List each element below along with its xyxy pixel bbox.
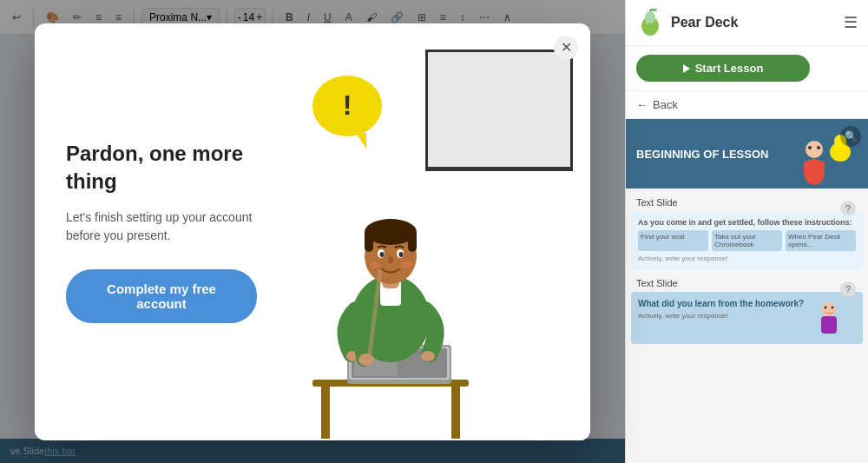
modal-overlay: ✕ Pardon, one more thing Let's finish se…: [0, 0, 625, 463]
modal-illustration: !: [295, 23, 590, 440]
svg-point-41: [401, 261, 411, 268]
modal-close-button[interactable]: ✕: [554, 36, 578, 60]
svg-rect-7: [804, 161, 825, 176]
complete-account-button[interactable]: Complete my free account: [66, 269, 257, 323]
svg-rect-19: [451, 387, 460, 439]
pear-deck-panel: Pear Deck ☰ Start Lesson ← Back BEGINNIN…: [625, 0, 868, 463]
slide-thumb-2-avatar: [816, 301, 842, 337]
svg-point-35: [380, 252, 385, 257]
step-3: When Pear Deck opens...: [786, 230, 856, 251]
modal-left-content: Pardon, one more thing Let's finish sett…: [35, 23, 295, 440]
speech-bubble: !: [312, 76, 382, 136]
start-lesson-button[interactable]: Start Lesson: [636, 55, 810, 82]
slide-thumb-1-steps: Find your seat Take out your Chromebook …: [638, 230, 856, 251]
step-1: Find your seat: [638, 230, 708, 251]
svg-line-2: [650, 9, 652, 11]
svg-point-3: [651, 9, 657, 12]
slide-thumb-1-text: As you come in and get settled, follow t…: [638, 218, 856, 227]
svg-point-13: [822, 302, 836, 316]
modal-subtitle: Let's finish setting up your account bef…: [66, 208, 264, 245]
step-2: Take out your Chromebook: [712, 230, 782, 251]
person-illustration-svg: [304, 145, 477, 440]
slide-thumb-1-content: As you come in and get settled, follow t…: [631, 211, 863, 269]
svg-point-9: [817, 146, 820, 149]
pear-deck-menu-button[interactable]: ☰: [844, 13, 858, 32]
slide-thumb-2-content: What did you learn from the homework? Ac…: [631, 292, 863, 344]
lesson-header-preview: BEGINNING OF LESSON: [626, 119, 868, 189]
svg-rect-32: [408, 230, 417, 252]
back-navigation[interactable]: ← Back: [626, 91, 868, 119]
lesson-search-button[interactable]: 🔍: [840, 126, 861, 147]
svg-point-8: [808, 146, 812, 149]
slide-thumb-2-help-icon[interactable]: ?: [840, 281, 856, 297]
slide-thumb-1: Text Slide As you come in and get settle…: [631, 194, 863, 269]
slide-thumb-1-footer: Actively, write your response!: [638, 255, 856, 262]
play-icon: [683, 64, 690, 73]
svg-point-27: [421, 351, 435, 361]
exclamation-mark: !: [343, 89, 352, 122]
svg-point-5: [806, 141, 823, 158]
start-lesson-container: Start Lesson: [626, 46, 868, 91]
svg-rect-14: [821, 316, 837, 334]
svg-point-36: [399, 252, 404, 257]
svg-point-37: [358, 354, 374, 366]
svg-point-39: [388, 256, 393, 263]
svg-point-4: [646, 22, 648, 24]
slide-thumb-1-title: Text Slide: [631, 194, 863, 211]
pear-deck-logo: Pear Deck: [636, 9, 738, 36]
svg-rect-18: [321, 387, 330, 439]
svg-point-40: [370, 261, 380, 268]
slide-preview-area: BEGINNING OF LESSON: [626, 119, 868, 463]
modal-title: Pardon, one more thing: [66, 140, 264, 194]
slide-thumb-1-help-icon[interactable]: ?: [840, 201, 856, 216]
teacher-svg: [797, 139, 832, 191]
back-arrow-icon: ←: [636, 98, 648, 111]
svg-point-15: [825, 307, 827, 309]
teacher-avatar: [797, 139, 832, 191]
modal-dialog: ✕ Pardon, one more thing Let's finish se…: [35, 23, 590, 440]
back-label: Back: [653, 98, 678, 111]
slide-thumb-2-title: Text Slide: [631, 274, 863, 292]
svg-point-16: [832, 307, 834, 309]
student-svg: [816, 301, 842, 335]
pear-deck-title: Pear Deck: [671, 15, 738, 30]
pear-deck-header: Pear Deck ☰: [626, 0, 868, 46]
svg-rect-31: [365, 230, 373, 252]
slide-thumb-2: Text Slide What did you learn from the h…: [631, 274, 863, 344]
pear-logo-icon: [636, 9, 664, 36]
